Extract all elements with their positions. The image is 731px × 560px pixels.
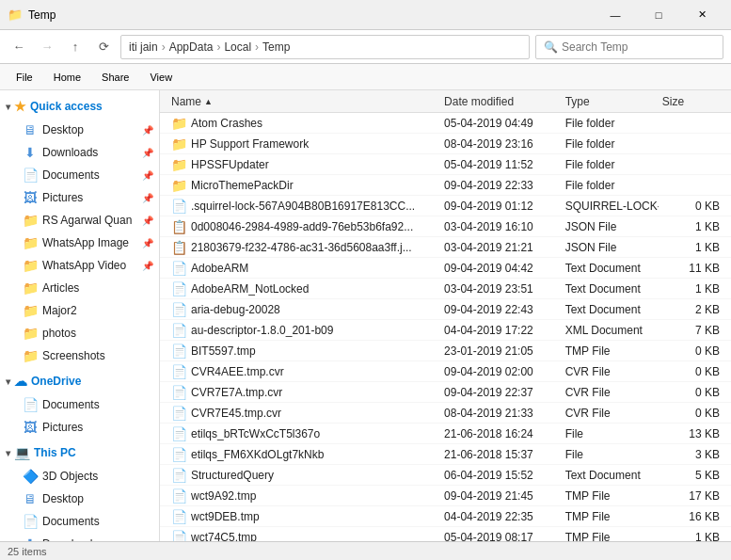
sidebar-item-pc-desktop[interactable]: 🖥 Desktop bbox=[0, 488, 159, 510]
file-type-icon: 📁 bbox=[171, 178, 186, 193]
file-type: Text Document bbox=[562, 303, 659, 316]
table-row[interactable]: 📄 wct9DEB.tmp 04-04-2019 22:35 TMP File … bbox=[160, 506, 731, 527]
quick-access-label: Quick access bbox=[30, 100, 103, 113]
close-button[interactable]: ✕ bbox=[680, 0, 723, 30]
table-row[interactable]: 📄 AdobeARM_NotLocked 03-04-2019 23:51 Te… bbox=[160, 279, 731, 299]
table-row[interactable]: 📄 etilqs_FM6XKdOLgt7kNkb 21-06-2018 15:3… bbox=[160, 444, 731, 465]
pin-icon: 📌 bbox=[142, 261, 153, 271]
quick-access-header[interactable]: ▾ ★ Quick access bbox=[0, 94, 159, 119]
file-type: Text Document bbox=[562, 262, 659, 275]
file-name: 0d008046-2984-4989-add9-76eb53b6fa92... bbox=[191, 220, 413, 233]
table-row[interactable]: 📁 HPSSFUpdater 05-04-2019 11:52 File fol… bbox=[160, 154, 731, 175]
sidebar-item-downloads[interactable]: ⬇ Downloads 📌 bbox=[0, 141, 159, 164]
downloads-icon: ⬇ bbox=[23, 536, 38, 541]
breadcrumb-segment: AppData bbox=[169, 40, 214, 54]
sidebar-item-desktop[interactable]: 🖥 Desktop 📌 bbox=[0, 119, 159, 141]
maximize-button[interactable]: □ bbox=[637, 0, 680, 30]
sidebar-item-pictures[interactable]: 🖼 Pictures 📌 bbox=[0, 186, 159, 209]
file-date: 09-04-2019 22:43 bbox=[440, 303, 562, 316]
pin-icon: 📌 bbox=[142, 238, 153, 248]
desktop-icon: 🖥 bbox=[23, 491, 38, 506]
table-row[interactable]: 📁 MicroThemePackDir 09-04-2019 22:33 Fil… bbox=[160, 175, 731, 196]
table-row[interactable]: 📄 wct74C5.tmp 05-04-2019 08:17 TMP File … bbox=[160, 527, 731, 541]
minimize-button[interactable]: — bbox=[594, 0, 637, 30]
search-box[interactable]: 🔍 bbox=[535, 35, 723, 59]
col-header-date[interactable]: Date modified bbox=[440, 90, 562, 113]
file-type-icon: 📄 bbox=[171, 447, 186, 462]
sidebar-item-3dobjects[interactable]: 🔷 3D Objects bbox=[0, 465, 159, 488]
file-name: 21803679-f232-4786-ac31-36d5608aa3ff.j..… bbox=[191, 241, 412, 254]
file-type-icon: 📄 bbox=[171, 426, 186, 441]
back-button[interactable]: ← bbox=[8, 36, 30, 58]
table-row[interactable]: 📄 au-descriptor-1.8.0_201-b09 04-04-2019… bbox=[160, 320, 731, 341]
file-rows-container: 📁 Atom Crashes 05-04-2019 04:49 File fol… bbox=[160, 113, 731, 541]
downloads-icon: ⬇ bbox=[23, 145, 38, 160]
toolbar: File Home Share View bbox=[0, 64, 731, 90]
file-size: 16 KB bbox=[659, 510, 723, 523]
file-name: HP Support Framework bbox=[191, 137, 309, 151]
sidebar-item-whatsapp-video[interactable]: 📁 WhatsApp Video 📌 bbox=[0, 254, 159, 277]
file-date: 09-04-2019 21:45 bbox=[440, 489, 562, 503]
table-row[interactable]: 📋 21803679-f232-4786-ac31-36d5608aa3ff.j… bbox=[160, 237, 731, 258]
sidebar-item-rs-agarwal[interactable]: 📁 RS Agarwal Quan 📌 bbox=[0, 209, 159, 232]
sidebar-item-whatsapp-image[interactable]: 📁 WhatsApp Image 📌 bbox=[0, 232, 159, 254]
col-header-size[interactable]: Size bbox=[659, 90, 723, 113]
onedrive-label: OneDrive bbox=[31, 375, 81, 388]
file-size: 17 KB bbox=[659, 489, 723, 503]
file-name: MicroThemePackDir bbox=[191, 179, 294, 192]
home-tab-button[interactable]: Home bbox=[45, 67, 89, 88]
table-row[interactable]: 📄 aria-debug-20028 09-04-2019 22:43 Text… bbox=[160, 299, 731, 320]
table-row[interactable]: 📄 .squirrel-lock-567A904B80B16917E813CC.… bbox=[160, 196, 731, 216]
sidebar-item-pc-downloads[interactable]: ⬇ Downloads bbox=[0, 533, 159, 541]
table-row[interactable]: 📁 HP Support Framework 08-04-2019 23:16 … bbox=[160, 134, 731, 154]
breadcrumb[interactable]: iti jain › AppData › Local › Temp bbox=[120, 35, 530, 59]
sidebar-item-major2[interactable]: 📁 Major2 bbox=[0, 299, 159, 322]
table-row[interactable]: 📄 wct9A92.tmp 09-04-2019 21:45 TMP File … bbox=[160, 486, 731, 506]
sidebar-item-pc-documents[interactable]: 📄 Documents bbox=[0, 510, 159, 533]
refresh-button[interactable]: ⟳ bbox=[92, 36, 115, 58]
col-header-type[interactable]: Type bbox=[562, 90, 659, 113]
file-date: 04-04-2019 17:22 bbox=[440, 324, 562, 337]
table-row[interactable]: 📄 CVR7E7A.tmp.cvr 09-04-2019 22:37 CVR F… bbox=[160, 382, 731, 403]
table-row[interactable]: 📁 Atom Crashes 05-04-2019 04:49 File fol… bbox=[160, 113, 731, 134]
col-header-name[interactable]: Name ▲ bbox=[167, 90, 440, 113]
sidebar-item-photos[interactable]: 📁 photos bbox=[0, 322, 159, 344]
file-size: 0 KB bbox=[659, 407, 723, 420]
file-name: BIT5597.tmp bbox=[191, 344, 256, 358]
forward-button[interactable]: → bbox=[36, 36, 58, 58]
file-date: 09-04-2019 02:00 bbox=[440, 365, 562, 378]
table-row[interactable]: 📄 AdobeARM 09-04-2019 04:42 Text Documen… bbox=[160, 258, 731, 279]
file-type-icon: 📄 bbox=[171, 302, 186, 317]
table-row[interactable]: 📄 CVR7E45.tmp.cvr 08-04-2019 21:33 CVR F… bbox=[160, 403, 731, 424]
file-size: 0 KB bbox=[659, 365, 723, 378]
file-type-icon: 📄 bbox=[171, 281, 186, 296]
file-type: File folder bbox=[562, 137, 659, 151]
file-date: 03-04-2019 16:10 bbox=[440, 220, 562, 233]
thispc-header[interactable]: ▾ 💻 This PC bbox=[0, 440, 159, 465]
sidebar-item-articles[interactable]: 📁 Articles bbox=[0, 277, 159, 299]
sidebar-item-documents[interactable]: 📄 Documents 📌 bbox=[0, 164, 159, 186]
sort-arrow-icon: ▲ bbox=[204, 97, 213, 106]
table-row[interactable]: 📋 0d008046-2984-4989-add9-76eb53b6fa92..… bbox=[160, 216, 731, 237]
file-type-icon: 📄 bbox=[171, 488, 186, 504]
file-type-icon: 📄 bbox=[171, 385, 186, 400]
table-row[interactable]: 📄 StructuredQuery 06-04-2019 15:52 Text … bbox=[160, 465, 731, 486]
file-date: 06-04-2019 15:52 bbox=[440, 469, 562, 482]
sidebar-item-screenshots[interactable]: 📁 Screenshots bbox=[0, 344, 159, 367]
sidebar-item-label: WhatsApp Video bbox=[42, 259, 137, 272]
up-button[interactable]: ↑ bbox=[64, 36, 87, 58]
view-tab-button[interactable]: View bbox=[141, 67, 181, 88]
table-row[interactable]: 📄 etilqs_bRTcWxCcT5l367o 21-06-2018 16:2… bbox=[160, 424, 731, 444]
file-type-icon: 📄 bbox=[171, 344, 186, 359]
search-input[interactable] bbox=[562, 40, 715, 54]
file-menu-button[interactable]: File bbox=[8, 67, 41, 88]
onedrive-header[interactable]: ▾ ☁ OneDrive bbox=[0, 369, 159, 393]
table-row[interactable]: 📄 CVR4AEE.tmp.cvr 09-04-2019 02:00 CVR F… bbox=[160, 361, 731, 382]
sidebar-item-od-documents[interactable]: 📄 Documents bbox=[0, 393, 159, 416]
share-tab-button[interactable]: Share bbox=[93, 67, 137, 88]
file-name: au-descriptor-1.8.0_201-b09 bbox=[191, 324, 333, 337]
file-type-icon: 📁 bbox=[171, 136, 186, 152]
file-date: 09-04-2019 01:12 bbox=[440, 200, 562, 213]
table-row[interactable]: 📄 BIT5597.tmp 23-01-2019 21:05 TMP File … bbox=[160, 341, 731, 361]
sidebar-item-od-pictures[interactable]: 🖼 Pictures bbox=[0, 416, 159, 439]
